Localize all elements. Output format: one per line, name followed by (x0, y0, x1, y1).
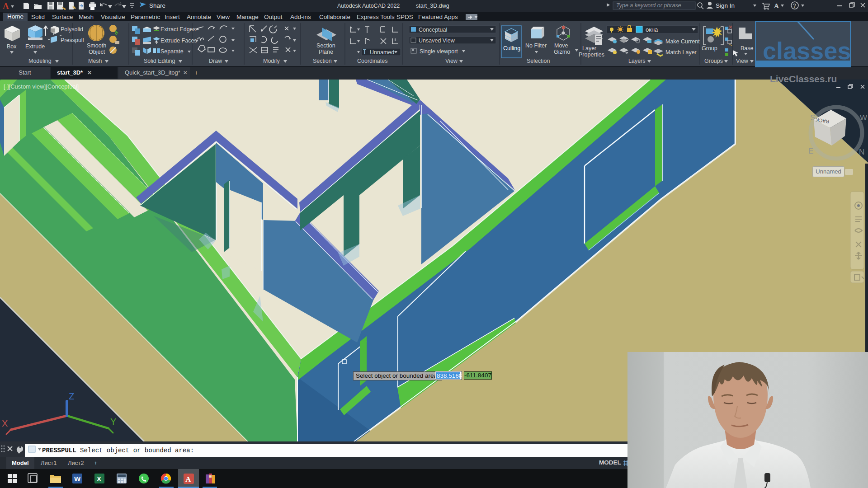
svg-text:E: E (808, 147, 813, 155)
svg-text:X: X (97, 475, 101, 483)
svg-text:Modeling: Modeling (28, 58, 52, 64)
svg-text:Presspull: Presspull (61, 37, 84, 43)
svg-text:Section: Section (313, 58, 332, 64)
svg-text:Share: Share (149, 2, 165, 9)
svg-text:Make Current: Make Current (665, 38, 700, 45)
svg-text:A: A (3, 1, 9, 11)
svg-text:Match Layer: Match Layer (665, 49, 697, 56)
svg-text:Polysolid: Polysolid (61, 26, 83, 33)
svg-text:Z: Z (69, 391, 74, 401)
svg-text:Y: Y (110, 417, 116, 427)
svg-text:Unnamed: Unnamed (370, 49, 394, 56)
svg-text:Base: Base (741, 45, 754, 52)
svg-text:X: X (2, 418, 8, 428)
svg-text:Mesh: Mesh (88, 58, 102, 64)
svg-text:Unsaved View: Unsaved View (419, 38, 455, 44)
svg-text:Box: Box (7, 43, 17, 50)
svg-text:Smooth: Smooth (87, 42, 106, 49)
svg-text:Plane: Plane (319, 49, 333, 55)
svg-text:Gizmo: Gizmo (554, 49, 570, 55)
svg-text:Single viewport: Single viewport (420, 48, 458, 55)
svg-text:Object: Object (89, 49, 105, 55)
svg-text:Extrude Faces: Extrude Faces (160, 38, 197, 44)
svg-text:A: A (774, 2, 779, 9)
svg-text:Coordinates: Coordinates (357, 58, 387, 64)
svg-text:Section: Section (316, 42, 335, 49)
svg-text:Extract Edges: Extract Edges (160, 26, 196, 33)
svg-text:Extrude: Extrude (25, 43, 45, 50)
svg-text:Layers: Layers (628, 58, 646, 64)
svg-text:Group: Group (702, 45, 717, 52)
svg-text:View: View (445, 58, 458, 64)
svg-text:No Filter: No Filter (525, 42, 547, 49)
svg-text:Groups: Groups (704, 58, 723, 64)
svg-text:Properties: Properties (579, 52, 604, 58)
svg-text:Modify: Modify (263, 58, 280, 64)
svg-text:Layer: Layer (582, 45, 596, 52)
svg-text:Sign In: Sign In (716, 2, 735, 9)
svg-text:A: A (185, 475, 191, 483)
svg-text:Draw: Draw (209, 58, 222, 64)
svg-text:Solid Editing: Solid Editing (144, 58, 175, 64)
svg-text:Conceptual: Conceptual (419, 27, 447, 33)
svg-text:Separate: Separate (160, 48, 184, 55)
svg-text:W: W (860, 113, 867, 122)
svg-text:View: View (736, 58, 749, 64)
svg-text:W: W (74, 475, 81, 483)
svg-text:Type a keyword or phrase: Type a keyword or phrase (616, 2, 681, 9)
svg-text:Culling: Culling (503, 45, 520, 52)
svg-text:N: N (859, 148, 864, 156)
svg-text:?: ? (793, 3, 796, 9)
svg-text:Selection: Selection (527, 58, 550, 64)
svg-text:Move: Move (554, 42, 568, 49)
svg-text:окна: окна (646, 26, 658, 33)
